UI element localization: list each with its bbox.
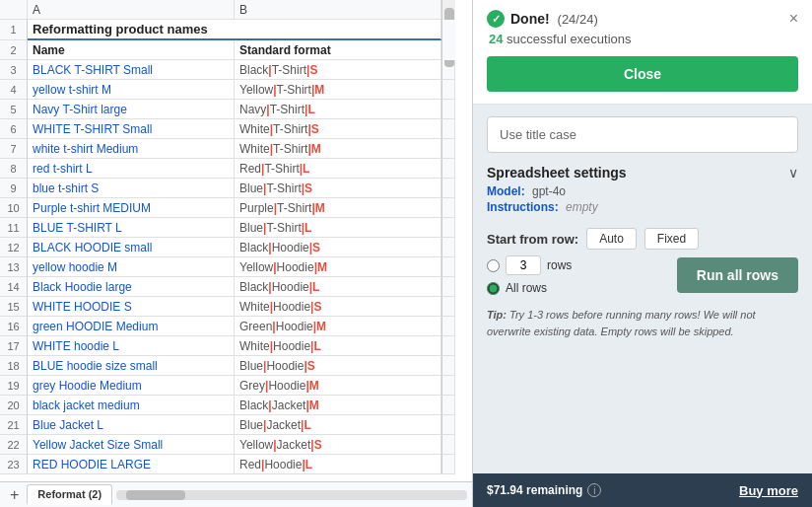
panel-body: Use title case Spreadsheet settings ∨ Mo… bbox=[473, 105, 812, 473]
table-row: 13yellow hoodie MYellow | Hoodie | M bbox=[0, 257, 472, 277]
radio-all-rows-input[interactable] bbox=[487, 282, 500, 295]
info-icon[interactable]: i bbox=[587, 483, 601, 497]
col-header-row: A B bbox=[0, 0, 472, 20]
scroll-spacer bbox=[441, 435, 455, 455]
all-rows-label: All rows bbox=[506, 281, 547, 295]
table-row: 11BLUE T-SHIRT LBlue | T-Shirt | L bbox=[0, 218, 472, 238]
name-link[interactable]: Yellow Jacket Size Small bbox=[33, 438, 163, 452]
success-count: 24 bbox=[489, 32, 503, 46]
name-link[interactable]: Navy T-Shirt large bbox=[33, 103, 127, 116]
cell-format: Yellow | Hoodie | M bbox=[235, 257, 441, 277]
name-link[interactable]: green HOODIE Medium bbox=[33, 320, 158, 333]
scroll-spacer bbox=[441, 179, 455, 198]
sheet-tab-reformat[interactable]: Reformat (2) bbox=[27, 484, 112, 505]
cell-name: grey Hoodie Medium bbox=[28, 376, 235, 396]
bottom-bar: $71.94 remaining i Buy more bbox=[473, 473, 812, 507]
table-row: 16green HOODIE MediumGreen | Hoodie | M bbox=[0, 317, 472, 336]
name-link[interactable]: BLACK HOODIE small bbox=[33, 241, 152, 254]
name-link[interactable]: Purple t-shirt MEDIUM bbox=[33, 201, 151, 215]
cell-format: Red | T-Shirt | L bbox=[235, 159, 441, 179]
hscroll-thumb[interactable] bbox=[126, 490, 185, 500]
row-num: 20 bbox=[0, 396, 28, 415]
name-link[interactable]: BLUE T-SHIRT L bbox=[33, 221, 122, 235]
close-x-button[interactable]: × bbox=[789, 11, 798, 27]
name-link[interactable]: yellow hoodie M bbox=[33, 260, 117, 274]
name-link[interactable]: grey Hoodie Medium bbox=[33, 379, 142, 393]
scroll-spacer bbox=[441, 238, 455, 257]
name-link[interactable]: BLUE hoodie size small bbox=[33, 359, 158, 373]
cell-name: Purple t-shirt MEDIUM bbox=[28, 198, 235, 218]
model-value: gpt-4o bbox=[532, 184, 566, 198]
table-row: 23RED HOODIE LARGERed | Hoodie | L bbox=[0, 455, 472, 474]
cell-name: RED HOODIE LARGE bbox=[28, 455, 235, 474]
fixed-tab[interactable]: Fixed bbox=[644, 228, 699, 250]
name-link[interactable]: blue t-shirt S bbox=[33, 181, 99, 195]
name-link[interactable]: red t-shirt L bbox=[33, 162, 93, 176]
cell-name: Navy T-Shirt large bbox=[28, 100, 235, 119]
remaining-text: $71.94 remaining i bbox=[487, 483, 601, 497]
done-header: ✓ Done! (24/24) × bbox=[487, 10, 798, 28]
radio-num-rows[interactable] bbox=[487, 259, 500, 272]
row-num: 19 bbox=[0, 376, 28, 396]
table-row: 21Blue Jacket LBlue | Jacket | L bbox=[0, 415, 472, 435]
scroll-spacer bbox=[441, 218, 455, 238]
chevron-icon[interactable]: ∨ bbox=[788, 165, 798, 181]
name-link[interactable]: WHITE hoodie L bbox=[33, 339, 119, 353]
name-link[interactable]: yellow t-shirt M bbox=[33, 83, 111, 97]
instructions-label: Instructions: bbox=[487, 200, 559, 214]
row-num: 23 bbox=[0, 455, 28, 474]
done-title-text: Done! bbox=[510, 11, 550, 27]
auto-tab[interactable]: Auto bbox=[586, 228, 637, 250]
table-row: 4yellow t-shirt MYellow | T-Shirt | M bbox=[0, 80, 472, 100]
name-link[interactable]: BLACK T-SHIRT Small bbox=[33, 63, 153, 77]
table-row: 12BLACK HOODIE smallBlack | Hoodie | S bbox=[0, 238, 472, 257]
row-num: 22 bbox=[0, 435, 28, 455]
name-link[interactable]: WHITE T-SHIRT Small bbox=[33, 122, 152, 136]
col-b-header: B bbox=[235, 0, 441, 20]
table-row: 3BLACK T-SHIRT SmallBlack | T-Shirt | S bbox=[0, 60, 472, 80]
auto-fixed-row: Start from row: Auto Fixed bbox=[487, 228, 798, 250]
rows-label: rows bbox=[547, 258, 572, 272]
name-link[interactable]: Blue Jacket L bbox=[33, 418, 103, 432]
name-link[interactable]: WHITE HOODIE S bbox=[33, 300, 132, 314]
scroll-spacer bbox=[441, 415, 455, 435]
scroll-spacer bbox=[441, 336, 455, 356]
cell-name: BLUE T-SHIRT L bbox=[28, 218, 235, 238]
name-link[interactable]: white t-shirt Medium bbox=[33, 142, 138, 156]
table-row: 5Navy T-Shirt largeNavy | T-Shirt | L bbox=[0, 100, 472, 119]
rows-num-input[interactable]: 3 bbox=[506, 255, 541, 275]
cell-name: black jacket medium bbox=[28, 396, 235, 415]
cell-format: Green | Hoodie | M bbox=[235, 317, 441, 336]
cell-format: Navy | T-Shirt | L bbox=[235, 100, 441, 119]
hscroll-area[interactable] bbox=[116, 490, 467, 500]
model-row: Model: gpt-4o bbox=[487, 184, 798, 198]
row-num-2: 2 bbox=[0, 40, 28, 60]
close-button[interactable]: Close bbox=[487, 56, 798, 92]
done-count: (24/24) bbox=[558, 12, 598, 27]
cell-format: Red | Hoodie | L bbox=[235, 455, 441, 474]
use-title-case-box: Use title case bbox=[487, 116, 798, 153]
ss-settings-title: Spreadsheet settings bbox=[487, 165, 627, 181]
name-link[interactable]: black jacket medium bbox=[33, 398, 140, 412]
row-num-1: 1 bbox=[0, 20, 28, 40]
vscroll-bar[interactable] bbox=[441, 0, 455, 20]
run-all-rows-button[interactable]: Run all rows bbox=[677, 257, 798, 293]
cell-name: Yellow Jacket Size Small bbox=[28, 435, 235, 455]
spreadsheet-title: Reformatting product names bbox=[28, 20, 441, 40]
cell-name: white t-shirt Medium bbox=[28, 139, 235, 159]
col-a-header: A bbox=[28, 0, 235, 20]
add-sheet-btn[interactable]: + bbox=[6, 487, 23, 503]
right-panel: ✓ Done! (24/24) × 24 successful executio… bbox=[473, 0, 812, 507]
cell-name: red t-shirt L bbox=[28, 159, 235, 179]
buy-more-button[interactable]: Buy more bbox=[739, 483, 798, 498]
name-link[interactable]: RED HOODIE LARGE bbox=[33, 458, 151, 471]
cell-name: WHITE hoodie L bbox=[28, 336, 235, 356]
row-num: 18 bbox=[0, 356, 28, 376]
scroll-spacer bbox=[441, 317, 455, 336]
cell-format: Grey | Hoodie | M bbox=[235, 376, 441, 396]
cell-name: blue t-shirt S bbox=[28, 179, 235, 198]
cell-format: Blue | Jacket | L bbox=[235, 415, 441, 435]
model-label: Model: bbox=[487, 184, 525, 198]
row-num: 7 bbox=[0, 139, 28, 159]
name-link[interactable]: Black Hoodie large bbox=[33, 280, 132, 294]
